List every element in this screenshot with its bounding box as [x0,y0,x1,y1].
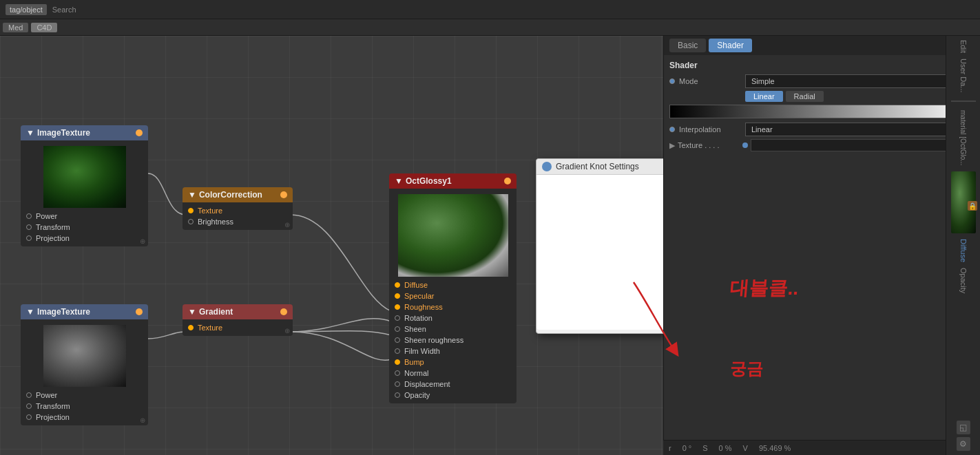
node-label-texture-grad: Texture [198,324,222,332]
node-label-brightness-cc: Brightness [198,218,233,226]
node-row-texture-grad: Texture [183,322,293,333]
user-data-label[interactable]: User Da... [959,59,968,93]
node-label-rotation: Rotation [404,314,432,322]
node-resize-handle[interactable]: ⊕ [140,237,145,245]
node-label-bump: Bump [404,358,424,366]
node-label-sheen: Sheen [404,325,426,333]
node-input-dot-orange [188,325,194,330]
node-oct-glossy-title: OctGlossy1 [406,176,452,186]
top-bar: tag/object Search [0,0,980,19]
node-row-opacity: Opacity [389,390,517,401]
node-arrow-icon: ▼ [26,307,34,317]
node-gradient-title: Gradient [199,307,233,317]
icon-button-1[interactable]: ◱ [957,421,970,434]
shader-interpolation-radio[interactable] [669,127,675,132]
dialog-body [536,175,663,330]
dialog-icon [542,162,552,171]
node-color-correction-title: ColorCorrection [199,190,262,200]
shader-mode-row: Mode Simple [669,74,974,88]
node-image-texture-1-body: Power Transform Projection ⊕ [21,140,148,246]
node-gradient-body: Texture ⊕ [183,319,293,336]
node-input-dot [26,414,32,420]
node-row-brightness-cc: Brightness [183,216,293,227]
node-label-sheen-roughness: Sheen roughness [404,336,463,344]
node-output-dot [136,129,143,136]
tab-basic[interactable]: Basic [669,39,706,52]
node-input-dot [26,235,32,241]
node-canvas[interactable]: ▼ ImageTexture Power Transform P [0,36,663,455]
shader-mode-radio[interactable] [669,78,675,84]
node-image-texture-1-title: ImageTexture [37,128,90,138]
icon-button-2[interactable]: ⚙ [957,437,970,451]
tab-shader[interactable]: Shader [709,39,752,52]
node-image-texture-1[interactable]: ▼ ImageTexture Power Transform P [21,125,148,246]
diffuse-label[interactable]: Diffuse [959,239,968,262]
node-arrow-icon: ▼ [188,307,196,317]
node-row-transform-2: Transform [21,401,148,412]
status-v-label: V [743,444,748,452]
shader-btn-group: Linear Radial [745,91,824,102]
node-input-dot-orange [395,293,400,299]
status-s-value: 0 % [719,444,732,452]
mode-c4d-button[interactable]: C4D [31,23,57,32]
edit-label[interactable]: Edit [959,40,968,53]
node-input-dot [188,219,194,224]
node-label-power-2: Power [36,391,57,399]
node-label-displacement: Displacement [404,380,450,388]
node-color-correction-header: ▼ ColorCorrection [183,187,293,202]
node-image-texture-1-header: ▼ ImageTexture [21,125,148,140]
node-arrow-icon: ▼ [26,128,34,138]
right-panel: Basic Shader Shader Mode Simple Linear R… [663,36,980,455]
gradient-knot-dialog[interactable]: Gradient Knot Settings ✕ [536,158,663,334]
gradient-preview [669,105,974,118]
node-row-projection-2: Projection [21,412,148,423]
shader-interpolation-label: Interpolation [679,125,741,134]
node-output-dot [504,178,511,184]
shader-btn-radial[interactable]: Radial [786,91,824,102]
mode-med-button[interactable]: Med [3,23,28,32]
node-oct-glossy[interactable]: ▼ OctGlossy1 Diffuse Specular Ro [389,173,517,403]
node-input-dot-orange [395,282,400,288]
node-row-sheen-roughness: Sheen roughness [389,335,517,346]
search-label[interactable]: Search [52,6,76,14]
node-row-power-1: Power [21,211,148,222]
shader-mode-select[interactable]: Simple [745,74,974,88]
leaf-image-mono [43,325,126,387]
leaf-image-green [43,146,126,208]
divider [951,100,976,102]
node-resize-handle[interactable]: ⊕ [284,221,290,229]
node-thumbnail-1 [43,146,126,208]
opacity-label[interactable]: Opacity [959,268,968,293]
node-resize-handle[interactable]: ⊕ [284,327,290,335]
shader-btn-linear[interactable]: Linear [745,91,783,102]
node-label-specular: Specular [404,292,434,300]
node-image-texture-2-body: Power Transform Projection ⊕ [21,319,148,425]
node-row-texture-cc: Texture [183,205,293,216]
node-image-texture-2[interactable]: ▼ ImageTexture Power Transform P [21,304,148,425]
status-r-label: r [669,444,671,452]
node-input-dot [395,326,400,332]
node-row-sheen: Sheen [389,324,517,335]
node-gradient[interactable]: ▼ Gradient Texture ⊕ [183,304,293,336]
status-bar: r 0 ° S 0 % V 95.469 % [663,440,980,455]
node-input-dot [395,392,400,398]
node-input-dot-orange [395,304,400,310]
node-label-projection-1: Projection [36,234,70,242]
node-row-bump: Bump [389,357,517,368]
shader-btn-row: Linear Radial [669,91,974,102]
node-row-roughness: Roughness [389,301,517,313]
node-color-correction[interactable]: ▼ ColorCorrection Texture Brightness ⊕ [183,187,293,230]
node-arrow-icon: ▼ [188,190,196,200]
node-input-dot [26,224,32,230]
node-input-dot [26,403,32,409]
node-output-dot [136,308,143,315]
shader-texture-input[interactable]: ImageTexture [751,139,957,151]
shader-interpolation-select[interactable]: Linear [745,123,974,136]
node-color-correction-body: Texture Brightness ⊕ [183,202,293,230]
node-arrow-icon: ▼ [395,176,403,186]
lock-icon[interactable]: 🔒 [968,201,977,211]
node-input-dot [395,315,400,321]
node-resize-handle[interactable]: ⊕ [140,416,145,424]
node-label-roughness: Roughness [404,303,443,311]
bottom-icon-group: ◱ ⚙ [957,421,970,451]
